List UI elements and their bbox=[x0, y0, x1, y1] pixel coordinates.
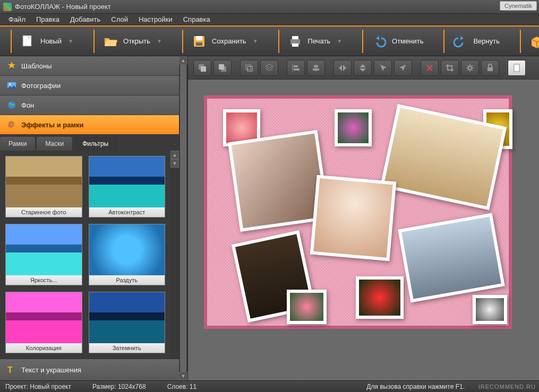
scroll-up-icon[interactable]: ▲ bbox=[179, 56, 187, 65]
collage-photo[interactable] bbox=[473, 295, 507, 324]
globe-icon bbox=[6, 100, 17, 110]
send-back-button[interactable] bbox=[213, 60, 232, 76]
open-button[interactable]: Открыть▼ bbox=[93, 30, 169, 53]
menubar: Файл Правка Добавить Слой Настройки Спра… bbox=[0, 14, 539, 25]
save-button[interactable]: Сохранить▼ bbox=[182, 30, 266, 53]
filter-autocontrast[interactable]: Автоконтраст bbox=[89, 156, 166, 217]
bring-front-button[interactable] bbox=[193, 60, 211, 76]
scroll-down-icon[interactable]: ▼ bbox=[170, 159, 179, 168]
svg-point-26 bbox=[468, 66, 472, 69]
new-page-button[interactable] bbox=[508, 60, 526, 76]
new-file-icon bbox=[19, 33, 36, 50]
svg-text:T: T bbox=[7, 365, 13, 374]
filter-grid: Старинное фото Автоконтраст Яркость... bbox=[0, 151, 170, 359]
window-title: ФотоКОЛЛАЖ - Новый проект bbox=[15, 3, 111, 11]
sidebar-item-background[interactable]: Фон bbox=[0, 95, 179, 115]
svg-rect-24 bbox=[314, 65, 318, 67]
status-project: Проект: Новый проект bbox=[5, 383, 71, 390]
svg-rect-18 bbox=[246, 65, 251, 69]
chevron-down-icon: ▼ bbox=[337, 38, 342, 44]
svg-rect-17 bbox=[219, 64, 224, 69]
filter-label: Старинное фото bbox=[6, 207, 82, 217]
menu-add[interactable]: Добавить bbox=[65, 14, 106, 24]
sidebar-scrollbar[interactable]: ▲ ▼ bbox=[179, 56, 187, 380]
crop-button[interactable] bbox=[441, 60, 459, 76]
sidebar-item-text[interactable]: T Текст и украшения bbox=[0, 359, 179, 380]
sidebar-item-label: Текст и украшения bbox=[21, 366, 81, 374]
delete-button[interactable] bbox=[421, 60, 439, 76]
programs-button[interactable]: Программы▼ bbox=[520, 30, 539, 53]
tab-filters[interactable]: Фильтры bbox=[74, 137, 117, 151]
sidebar-item-label: Эффекты и рамки bbox=[21, 121, 84, 129]
sidebar-item-label: Фотографии bbox=[21, 82, 61, 90]
svg-rect-19 bbox=[247, 66, 252, 71]
menu-edit[interactable]: Правка bbox=[31, 14, 65, 24]
status-layers: Слоев: 11 bbox=[167, 383, 197, 390]
scroll-up-icon[interactable]: ▲ bbox=[170, 151, 179, 159]
sidebar-item-effects[interactable]: Эффекты и рамки bbox=[0, 115, 179, 135]
sidebar-item-photos[interactable]: Фотографии bbox=[0, 76, 179, 95]
svg-rect-0 bbox=[23, 36, 31, 46]
watermark-bottom: IRECOMMEND.RU bbox=[478, 384, 536, 390]
chevron-down-icon: ▼ bbox=[68, 38, 73, 44]
collage-canvas[interactable] bbox=[204, 95, 512, 329]
svg-rect-5 bbox=[292, 36, 298, 39]
filter-blowup[interactable]: Раздуть bbox=[89, 224, 166, 285]
chevron-down-icon: ▼ bbox=[253, 38, 258, 44]
sidebar-item-label: Шаблоны bbox=[21, 62, 52, 70]
flip-h-button[interactable] bbox=[333, 60, 352, 76]
sidebar-item-templates[interactable]: Шаблоны bbox=[0, 56, 179, 76]
printer-icon bbox=[287, 33, 304, 50]
menu-file[interactable]: Файл bbox=[3, 14, 31, 24]
layer-button[interactable] bbox=[260, 60, 278, 76]
sidebar: Шаблоны Фотографии Фон Эффекты и рамки Р… bbox=[0, 56, 188, 380]
align-center-button[interactable] bbox=[307, 60, 325, 76]
print-button[interactable]: Печать▼ bbox=[278, 30, 350, 53]
status-size: Размер: 1024x768 bbox=[92, 383, 146, 390]
effect-tabs: Рамки Маски Фильтры bbox=[0, 135, 179, 151]
collage-photo[interactable] bbox=[335, 109, 372, 146]
filter-label: Колоризация bbox=[6, 343, 82, 353]
canvas-toolbar bbox=[188, 56, 539, 80]
scroll-down-icon[interactable]: ▼ bbox=[179, 372, 187, 380]
filter-darken[interactable]: Затемнить bbox=[89, 292, 166, 353]
svg-rect-27 bbox=[487, 67, 493, 71]
settings-button[interactable] bbox=[461, 60, 479, 76]
new-button[interactable]: Новый▼ bbox=[11, 30, 81, 53]
filter-sepia[interactable]: Старинное фото bbox=[5, 156, 82, 217]
svg-rect-22 bbox=[294, 68, 300, 71]
flip-v-button[interactable] bbox=[354, 60, 372, 76]
redo-button[interactable]: Вернуть bbox=[443, 30, 507, 53]
menu-layer[interactable]: Слой bbox=[106, 14, 133, 24]
filter-colorize[interactable]: Колоризация bbox=[5, 292, 82, 353]
tab-frames[interactable]: Рамки bbox=[0, 137, 36, 151]
collage-photo[interactable] bbox=[287, 290, 327, 324]
rotate-right-button[interactable] bbox=[394, 60, 412, 76]
tab-masks[interactable]: Маски bbox=[37, 137, 73, 151]
align-left-button[interactable] bbox=[287, 60, 305, 76]
menu-help[interactable]: Справка bbox=[178, 14, 216, 24]
lock-button[interactable] bbox=[481, 60, 499, 76]
collage-photo[interactable] bbox=[356, 276, 404, 319]
svg-point-8 bbox=[9, 83, 11, 85]
collage-photo[interactable] bbox=[398, 213, 505, 302]
svg-rect-3 bbox=[196, 42, 202, 46]
palette-icon bbox=[6, 119, 17, 130]
save-icon bbox=[191, 33, 208, 50]
canvas-area bbox=[188, 56, 539, 380]
filter-scrollbar[interactable]: ▲ ▼ bbox=[170, 151, 179, 359]
rotate-left-button[interactable] bbox=[374, 60, 392, 76]
duplicate-button[interactable] bbox=[240, 60, 258, 76]
filter-label: Яркость... bbox=[6, 275, 82, 285]
svg-rect-25 bbox=[313, 68, 319, 71]
collage-photo[interactable] bbox=[310, 175, 397, 262]
canvas-viewport[interactable] bbox=[188, 80, 539, 380]
menu-settings[interactable]: Настройки bbox=[133, 14, 178, 24]
undo-icon bbox=[371, 33, 388, 50]
statusbar: Проект: Новый проект Размер: 1024x768 Сл… bbox=[0, 380, 539, 392]
svg-rect-2 bbox=[196, 36, 202, 40]
filter-brightness[interactable]: Яркость... bbox=[5, 224, 82, 285]
svg-rect-6 bbox=[292, 43, 298, 47]
chevron-down-icon: ▼ bbox=[157, 38, 162, 44]
undo-button[interactable]: Отменить bbox=[362, 30, 431, 53]
